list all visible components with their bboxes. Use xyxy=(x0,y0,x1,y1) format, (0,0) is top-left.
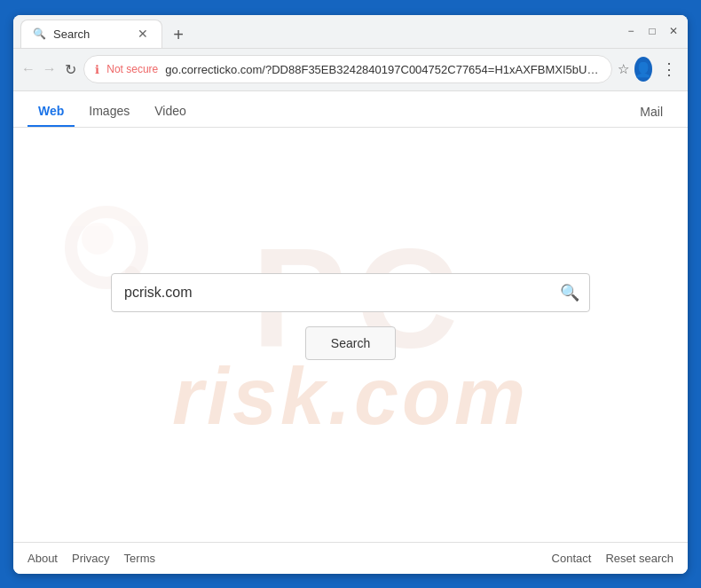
security-icon: ℹ xyxy=(95,63,99,76)
footer: About Privacy Terms Contact Reset search xyxy=(13,542,688,574)
refresh-button[interactable]: ↻ xyxy=(63,57,79,82)
title-bar: 🔍 Search ✕ + − □ ✕ xyxy=(13,15,688,49)
nav-tabs: Web Images Video Mail xyxy=(13,91,688,128)
window-controls: − □ ✕ xyxy=(624,24,681,38)
watermark-risk-text: risk.com xyxy=(172,351,529,443)
footer-terms-link[interactable]: Terms xyxy=(124,552,155,565)
minimize-button[interactable]: − xyxy=(624,24,638,38)
footer-privacy-link[interactable]: Privacy xyxy=(72,552,110,565)
browser-window: 🔍 Search ✕ + − □ ✕ ← → ↻ ℹ Not secure go… xyxy=(13,15,688,574)
security-label: Not secure xyxy=(106,63,158,75)
search-area: 🔍 Search xyxy=(111,273,590,360)
search-button[interactable]: Search xyxy=(305,326,396,360)
maximize-button[interactable]: □ xyxy=(645,24,659,38)
forward-button[interactable]: → xyxy=(42,57,58,82)
bookmark-icon[interactable]: ☆ xyxy=(618,61,629,77)
tab-web[interactable]: Web xyxy=(28,97,75,127)
footer-about-link[interactable]: About xyxy=(28,552,58,565)
back-button[interactable]: ← xyxy=(20,57,36,82)
close-button[interactable]: ✕ xyxy=(666,24,681,38)
footer-contact-link[interactable]: Contact xyxy=(552,552,592,565)
url-text: go.correcticko.com/?DD88F35EB3242840197C… xyxy=(165,63,601,76)
footer-right-links: Contact Reset search xyxy=(552,552,673,565)
search-glass-icon: 🔍 xyxy=(560,283,579,302)
tab-title: Search xyxy=(53,27,128,41)
main-content: PC risk.com 🔍 Search xyxy=(13,128,688,542)
svg-point-0 xyxy=(71,212,142,283)
url-bar[interactable]: ℹ Not secure go.correcticko.com/?DD88F35… xyxy=(83,55,612,83)
search-box-wrapper: 🔍 xyxy=(111,273,590,312)
tab-area: 🔍 Search ✕ + xyxy=(20,15,617,48)
tab-images[interactable]: Images xyxy=(78,97,140,127)
address-bar: ← → ↻ ℹ Not secure go.correcticko.com/?D… xyxy=(13,49,688,91)
search-input[interactable] xyxy=(111,273,590,312)
new-tab-button[interactable]: + xyxy=(166,23,191,48)
more-options-icon[interactable]: ⋮ xyxy=(658,59,681,79)
tab-favicon: 🔍 xyxy=(32,27,46,41)
profile-icon[interactable]: 👤 xyxy=(634,57,652,82)
mail-link[interactable]: Mail xyxy=(629,98,673,126)
tab-close-button[interactable]: ✕ xyxy=(135,26,151,42)
footer-left-links: About Privacy Terms xyxy=(28,552,155,565)
active-tab[interactable]: 🔍 Search ✕ xyxy=(20,20,162,48)
svg-point-2 xyxy=(82,223,114,255)
footer-reset-search-link[interactable]: Reset search xyxy=(605,552,673,565)
tab-video[interactable]: Video xyxy=(144,97,197,127)
